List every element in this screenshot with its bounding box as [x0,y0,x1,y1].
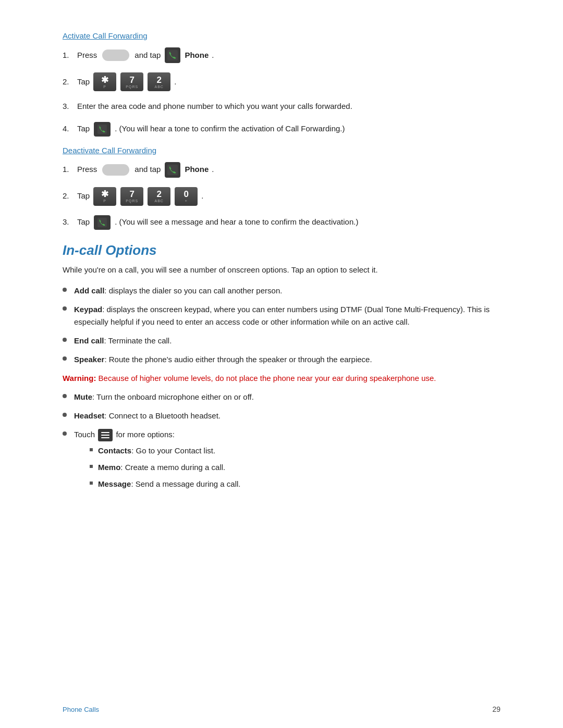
bullet-touch-more: Touch for more options: Contacts: Go to … [63,428,500,495]
keypad-7-btn: 7 PQRS [120,72,143,91]
incall-intro: While you're on a call, you will see a n… [63,264,500,276]
deact-step-1-content: Press and tap Phone. [77,162,214,178]
bullet-end-call: End call: Terminate the call. [63,335,500,347]
activate-step-2: 2. Tap ✱ P 7 PQRS 2 ABC . [63,72,500,91]
bullet-dot-2 [63,306,67,311]
bullet-text-7: Touch for more options: Contacts: Go to … [74,428,500,495]
warning-text-content: Because of higher volume levels, do not … [99,374,436,382]
step-3-text: Enter the area code and phone number to … [77,101,352,113]
step-1-and-tap-label: and tap [134,50,161,61]
deact-step-3-tap: Tap [77,216,90,228]
message-term: Message [98,479,131,488]
keypad-term: Keypad [74,305,102,314]
mute-text: : Turn the onboard microphone either on … [92,392,254,401]
deact-step-number-3: 3. [63,216,77,228]
step-number-4: 4. [63,123,77,135]
step-3-content: Enter the area code and phone number to … [77,101,352,113]
step-1-press-label: Press [77,50,97,61]
end-call-term: End call [74,336,104,345]
phone-icon-2 [165,162,180,178]
bullet-text-3: End call: Terminate the call. [74,335,500,347]
for-more-options-text: for more options: [116,430,175,439]
star-char-2: ✱ [101,190,108,199]
activate-step-1: 1. Press and tap Phone. [63,47,500,63]
memo-term: Memo [98,463,120,472]
activate-step-3: 3. Enter the area code and phone number … [63,101,500,113]
home-button-graphic-2 [102,164,129,176]
step-1-phone-label: Phone [185,50,209,61]
svg-rect-1 [97,125,107,134]
p-label: P [103,85,106,89]
keypad-7-btn-2: 7 PQRS [120,187,143,206]
page-number: 29 [492,705,500,713]
p-label-2: P [103,199,106,203]
plus-label: + [185,199,188,203]
bullet-keypad: Keypad: displays the onscreen keypad, wh… [63,303,500,328]
deact-step-2-tap: Tap [77,190,90,202]
deact-step-1-phone-label: Phone [185,164,209,176]
step-number-3: 3. [63,101,77,113]
headset-text: : Connect to a Bluetooth headset. [104,411,221,420]
deact-step-1-period: . [212,164,214,176]
keypad-2-btn-2: 2 ABC [148,187,170,206]
deactivate-steps: 1. Press and tap Phone. 2. [63,162,500,230]
sub-dot-1 [90,448,93,451]
incall-section: In-call Options While you're on a call, … [63,242,500,495]
bullet-dot-5 [63,394,67,398]
contacts-term: Contacts [98,446,131,455]
bullet-speaker: Speaker: Route the phone's audio either … [63,353,500,366]
keypad-star-btn: ✱ P [93,72,116,91]
step-4-content: Tap . (You will hear a tone to confirm t… [77,122,345,137]
deactivate-section: Deactivate Call Forwarding 1. Press and … [63,146,500,230]
sub-dot-3 [90,482,93,485]
sub-bullet-message: Message: Send a message during a call. [90,478,500,490]
step-2-tap-label: Tap [77,76,90,88]
keypad-star-btn-2: ✱ P [93,187,116,206]
bullet-headset: Headset: Connect to a Bluetooth headset. [63,410,500,422]
zero-char: 0 [183,190,188,199]
bullet-text-5: Mute: Turn the onboard microphone either… [74,391,500,403]
step-1-content: Press and tap Phone. [77,47,214,63]
sub-text-2: Memo: Create a memo during a call. [98,461,225,474]
step-1-period: . [212,50,214,61]
activate-steps: 1. Press and tap Phone. 2. [63,47,500,137]
bullet-mute: Mute: Turn the onboard microphone either… [63,391,500,403]
two-char: 2 [156,76,161,84]
two-char-2: 2 [156,190,161,199]
bullet-text-2: Keypad: displays the onscreen keypad, wh… [74,303,500,328]
warning-paragraph: Warning: Because of higher volume levels… [63,372,500,385]
deactivate-heading: Deactivate Call Forwarding [63,146,500,155]
sub-bullet-memo: Memo: Create a memo during a call. [90,461,500,474]
menu-line-1 [101,432,109,433]
svg-rect-2 [167,165,178,175]
mute-term: Mute [74,392,92,401]
sub-bullet-list: Contacts: Go to your Contact list. Memo:… [74,445,500,490]
bullet-text-1: Add call: displays the dialer so you can… [74,285,500,297]
step-number-1: 1. [63,50,77,61]
deact-step-1-press: Press [77,164,97,176]
deactivate-step-2: 2. Tap ✱ P 7 PQRS 2 ABC [63,187,500,206]
sub-text-3: Message: Send a message during a call. [98,478,241,490]
deact-step-number-1: 1. [63,164,77,176]
incall-bullet-list-1: Add call: displays the dialer so you can… [63,285,500,366]
keypad-text: : displays the onscreen keypad, where yo… [74,305,489,326]
deact-step-3-text: . (You will see a message and hear a ton… [115,216,358,228]
home-button-graphic [102,50,129,61]
menu-line-3 [101,437,109,438]
pqrs-label: PQRS [126,85,138,89]
menu-line-2 [101,435,109,436]
add-call-term: Add call [74,286,104,295]
deactivate-step-3: 3. Tap . (You will see a message and hea… [63,215,500,230]
pqrs-label-2: PQRS [126,199,138,203]
star-char: ✱ [101,76,108,84]
deactivate-step-1: 1. Press and tap Phone. [63,162,500,178]
activate-heading: Activate Call Forwarding [63,31,500,40]
sub-text-1: Contacts: Go to your Contact list. [98,445,215,457]
deact-step-number-2: 2. [63,190,77,202]
step-2-content: Tap ✱ P 7 PQRS 2 ABC . [77,72,176,91]
menu-lines [101,432,109,438]
incall-heading: In-call Options [63,242,500,258]
deact-step-3-content: Tap . (You will see a message and hear a… [77,215,358,230]
incall-bullet-list-2: Mute: Turn the onboard microphone either… [63,391,500,495]
send-icon-2 [94,215,111,230]
